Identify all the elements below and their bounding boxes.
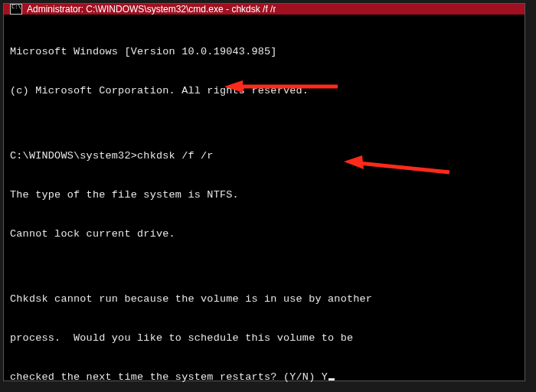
cmd-window: Administrator: C:\WINDOWS\system32\cmd.e… xyxy=(3,3,525,381)
version-line: Microsoft Windows [Version 10.0.19043.98… xyxy=(10,45,518,58)
window-title: Administrator: C:\WINDOWS\system32\cmd.e… xyxy=(27,4,276,15)
msg-line-1: Chkdsk cannot run because the volume is … xyxy=(10,292,518,305)
titlebar[interactable]: Administrator: C:\WINDOWS\system32\cmd.e… xyxy=(4,4,525,15)
prompt-line: C:\WINDOWS\system32>chkdsk /f /r xyxy=(10,149,518,162)
svg-line-2 xyxy=(359,163,449,172)
user-input: Y xyxy=(322,371,328,383)
fs-type-line: The type of the file system is NTFS. xyxy=(10,188,518,201)
cmd-system-icon[interactable] xyxy=(10,4,22,15)
copyright-line: (c) Microsoft Corporation. All rights re… xyxy=(10,84,518,97)
confirm-prompt: checked the next time the system restart… xyxy=(10,371,322,383)
lock-line: Cannot lock current drive. xyxy=(10,227,518,240)
text-cursor xyxy=(328,378,335,381)
msg-line-3: checked the next time the system restart… xyxy=(10,371,518,384)
msg-line-2: process. Would you like to schedule this… xyxy=(10,332,518,345)
terminal-area[interactable]: Microsoft Windows [Version 10.0.19043.98… xyxy=(4,15,525,392)
